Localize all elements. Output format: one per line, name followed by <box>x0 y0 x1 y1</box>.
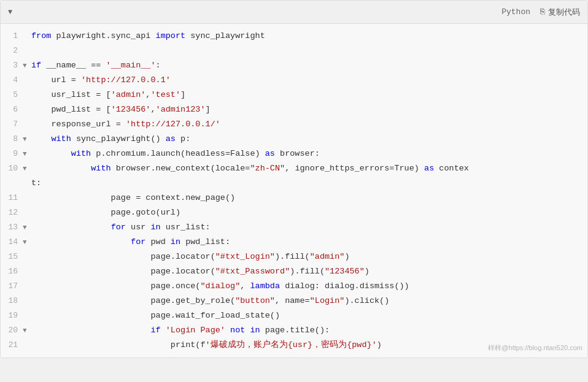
code-header: ▼ Python ⎘ 复制代码 <box>1 1 587 24</box>
code-line: 2 ▼ <box>1 44 587 58</box>
code-line-continuation: 10 ▼ t: <box>1 176 587 191</box>
code-line: 5 ▼ usr_list = ['admin','test'] <box>1 88 587 102</box>
code-line: 11 ▼ page = context.new_page() <box>1 191 587 205</box>
code-text: with browser.new_context(locale="zh-CN",… <box>31 162 587 175</box>
code-line: 12 ▼ page.goto(url) <box>1 205 587 220</box>
code-line: 4 ▼ url = 'http://127.0.0.1' <box>1 73 587 88</box>
code-text: page = context.new_page() <box>31 191 587 205</box>
code-line: 18 ▼ page.get_by_role("button", name="Lo… <box>1 294 587 308</box>
copy-icon: ⎘ <box>540 7 545 17</box>
line-number: 13 <box>1 221 23 234</box>
dropdown-arrow-icon[interactable]: ▼ <box>8 8 12 17</box>
code-body: 1 ▼ from playwright.sync_api import sync… <box>1 24 587 357</box>
code-text: with p.chromium.launch(headless=False) a… <box>31 147 587 161</box>
line-number: 10 <box>1 162 23 175</box>
fold-arrow[interactable]: ▼ <box>23 147 31 161</box>
code-text: page.locator("#txt_Password").fill("1234… <box>31 265 587 278</box>
line-number: 14 <box>1 235 23 249</box>
code-line: 14 ▼ for pwd in pwd_list: <box>1 235 587 250</box>
code-line: 6 ▼ pwd_list = ['123456','admin123'] <box>1 102 587 117</box>
fold-arrow[interactable]: ▼ <box>23 324 31 337</box>
code-line: 7 ▼ response_url = 'http://127.0.0.1/' <box>1 117 587 132</box>
code-text: usr_list = ['admin','test'] <box>31 88 587 102</box>
fold-arrow[interactable]: ▼ <box>23 59 31 72</box>
copy-button[interactable]: ⎘ 复制代码 <box>540 7 580 18</box>
fold-arrow[interactable]: ▼ <box>23 132 31 146</box>
line-number: 6 <box>1 103 23 117</box>
line-number: 15 <box>1 250 23 264</box>
line-number: 2 <box>1 44 23 58</box>
line-number: 8 <box>1 132 23 146</box>
line-number: 16 <box>1 265 23 278</box>
code-text: response_url = 'http://127.0.0.1/' <box>31 118 587 131</box>
code-text: for pwd in pwd_list: <box>31 235 587 249</box>
code-text: t: <box>31 177 587 190</box>
code-text: if __name__ == '__main__': <box>31 59 587 72</box>
code-text: if 'Login Page' not in page.title(): <box>31 324 587 337</box>
language-label: Python <box>501 7 530 17</box>
code-text: page.once("dialog", lambda dialog: dialo… <box>31 280 587 293</box>
line-number: 5 <box>1 88 23 102</box>
line-number: 17 <box>1 280 23 293</box>
code-line: 1 ▼ from playwright.sync_api import sync… <box>1 29 587 44</box>
line-number: 19 <box>1 309 23 323</box>
code-text: url = 'http://127.0.0.1' <box>31 74 587 87</box>
fold-arrow[interactable]: ▼ <box>23 162 31 175</box>
code-line: 13 ▼ for usr in usr_list: <box>1 220 587 235</box>
code-text <box>31 44 587 58</box>
code-text: page.locator("#txt_Login").fill("admin") <box>31 250 587 264</box>
line-number: 7 <box>1 118 23 131</box>
code-text: page.get_by_role("button", name="Login")… <box>31 294 587 308</box>
copy-label: 复制代码 <box>548 7 580 18</box>
code-text: with sync_playwright() as p: <box>31 132 587 146</box>
code-line: 15 ▼ page.locator("#txt_Login").fill("ad… <box>1 250 587 264</box>
code-line: 8 ▼ with sync_playwright() as p: <box>1 132 587 147</box>
code-line: 17 ▼ page.once("dialog", lambda dialog: … <box>1 279 587 294</box>
code-text: page.wait_for_load_state() <box>31 309 587 323</box>
line-number: 3 <box>1 59 23 72</box>
line-number: 12 <box>1 206 23 220</box>
code-line: 20 ▼ if 'Login Page' not in page.title()… <box>1 323 587 338</box>
code-block: ▼ Python ⎘ 复制代码 1 ▼ from playwright.sync… <box>0 0 588 358</box>
line-number: 20 <box>1 324 23 337</box>
code-text: page.goto(url) <box>31 206 587 220</box>
line-number: 4 <box>1 74 23 87</box>
line-number: 21 <box>1 338 23 352</box>
line-number: 18 <box>1 294 23 308</box>
code-line: 10 ▼ with browser.new_context(locale="zh… <box>1 161 587 176</box>
code-line: 16 ▼ page.locator("#txt_Password").fill(… <box>1 264 587 279</box>
code-text: pwd_list = ['123456','admin123'] <box>31 103 587 117</box>
code-line: 9 ▼ with p.chromium.launch(headless=Fals… <box>1 147 587 161</box>
code-text: from playwright.sync_api import sync_pla… <box>31 29 587 43</box>
code-line: 3 ▼ if __name__ == '__main__': <box>1 58 587 73</box>
fold-arrow[interactable]: ▼ <box>23 221 31 234</box>
code-line: 19 ▼ page.wait_for_load_state() <box>1 308 587 323</box>
line-number: 9 <box>1 147 23 161</box>
fold-arrow[interactable]: ▼ <box>23 235 31 249</box>
code-text: for usr in usr_list: <box>31 221 587 234</box>
line-number: 11 <box>1 191 23 205</box>
watermark: 样样@https://blog.ntan520.com <box>488 343 582 353</box>
header-left: ▼ <box>8 8 12 17</box>
line-number: 1 <box>1 29 23 43</box>
